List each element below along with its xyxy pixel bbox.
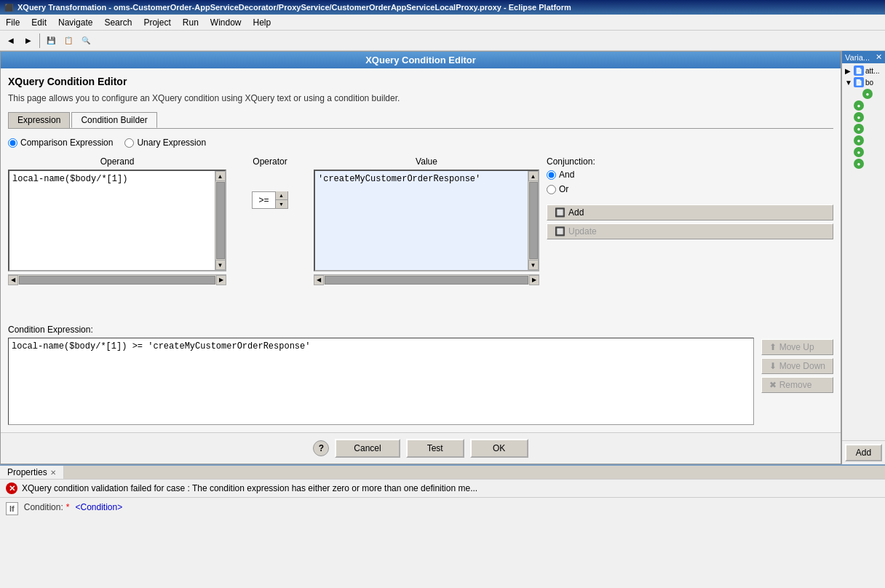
dialog-content: XQuery Condition Editor This page allows… — [1, 68, 841, 432]
radio-and[interactable]: And — [547, 170, 833, 180]
value-hscroll-right[interactable]: ▶ — [529, 275, 539, 285]
value-scroll-wrapper: 'createMyCustomerOrderResponse' ▲ ▼ — [314, 170, 539, 271]
tree-icon-child-4: ● — [854, 124, 864, 134]
radio-and-label: And — [559, 170, 574, 180]
test-button[interactable]: Test — [406, 439, 464, 458]
tab-expression[interactable]: Expression — [8, 112, 70, 128]
right-panel-footer: Add — [842, 440, 885, 464]
value-textarea[interactable]: 'createMyCustomerOrderResponse' — [315, 171, 528, 270]
value-vscrollbar: ▲ ▼ — [528, 171, 538, 270]
ok-button[interactable]: OK — [470, 439, 528, 458]
move-down-icon: ⬇ — [769, 361, 777, 371]
menu-edit[interactable]: Edit — [25, 15, 52, 30]
operator-down[interactable]: ▼ — [276, 200, 287, 209]
tab-condition-builder[interactable]: Condition Builder — [71, 112, 156, 128]
bottom-tabs: Properties ✕ — [0, 466, 885, 480]
operator-control: >= ▲ ▼ — [252, 191, 287, 209]
tree-icon-child-2: ● — [854, 100, 864, 111]
value-scroll-up[interactable]: ▲ — [528, 171, 539, 181]
tree-item-att: ▶ 📄 att... — [844, 65, 884, 76]
right-panel-header: Varia... ✕ — [842, 51, 885, 63]
menu-project[interactable]: Project — [138, 15, 176, 30]
menu-window[interactable]: Window — [205, 15, 247, 30]
move-up-button[interactable]: ⬆ Move Up — [761, 339, 833, 355]
update-button[interactable]: 🔲 Update — [547, 223, 833, 239]
dialog-description: This page allows you to configure an XQu… — [8, 93, 833, 103]
radio-or[interactable]: Or — [547, 184, 833, 194]
tree-label-att: att... — [865, 67, 879, 75]
toolbar-save[interactable]: 💾 — [43, 33, 59, 49]
condition-value-link[interactable]: <Condition> — [75, 502, 122, 512]
operand-scroll-down[interactable]: ▼ — [215, 260, 226, 270]
tree-icon-child-5: ● — [854, 135, 864, 146]
value-scroll-down[interactable]: ▼ — [528, 260, 539, 270]
main-wrapper: XQuery Condition Editor XQuery Condition… — [0, 51, 885, 588]
tree-label-bo: bo — [865, 79, 873, 87]
add-button[interactable]: 🔲 Add — [547, 204, 833, 220]
tree-item-child-4: ● — [844, 123, 884, 135]
tree-icon-child-6: ● — [854, 147, 864, 157]
radio-or-input[interactable] — [547, 185, 556, 194]
tree-arrow-att[interactable]: ▶ — [845, 67, 852, 75]
operand-hscroll-right[interactable]: ▶ — [216, 275, 226, 285]
toolbar-btn2[interactable]: 📋 — [60, 33, 76, 49]
condition-expr-section: Condition Expression: local-name($body/*… — [8, 325, 754, 425]
tree-item-child-6: ● — [844, 146, 884, 158]
update-icon: 🔲 — [555, 226, 565, 237]
add-update-row: 🔲 Add 🔲 Update — [547, 204, 833, 239]
right-panel-title: Varia... — [845, 53, 870, 62]
condition-label-row: Condition: * — [24, 502, 70, 512]
menu-file[interactable]: File — [0, 15, 25, 30]
col-operand: Operand local-name($body/*[1]) ▲ ▼ ◀ — [8, 156, 226, 285]
tree-item-child-3: ● — [844, 111, 884, 123]
error-bar: ✕ XQuery condition validation failed for… — [0, 480, 885, 498]
dialog-footer: ? Cancel Test OK — [1, 432, 841, 464]
conjunction-label: Conjunction: — [547, 156, 833, 167]
condition-expr-label: Condition Expression: — [8, 325, 754, 335]
move-up-icon: ⬆ — [769, 342, 777, 352]
tree-arrow-bo[interactable]: ▼ — [845, 79, 852, 87]
radio-comparison-input[interactable] — [8, 138, 17, 148]
bottom-section: Properties ✕ ✕ XQuery condition validati… — [0, 464, 885, 588]
operand-hscrollbar: ◀ ▶ — [8, 274, 226, 285]
bottom-tab-close[interactable]: ✕ — [50, 469, 56, 477]
value-hscroll-left[interactable]: ◀ — [314, 275, 324, 285]
menu-run[interactable]: Run — [177, 15, 205, 30]
menu-help[interactable]: Help — [247, 15, 277, 30]
condition-expr-textarea[interactable]: local-name($body/*[1]) >= 'createMyCusto… — [8, 338, 754, 425]
move-down-button[interactable]: ⬇ Move Down — [761, 358, 833, 374]
cancel-button[interactable]: Cancel — [335, 439, 400, 458]
tree-icon-child-1: ● — [862, 89, 873, 99]
toolbar-fwd[interactable]: ▶ — [20, 33, 36, 49]
operand-textarea[interactable]: local-name($body/*[1]) — [9, 171, 215, 270]
col-operator: Operator >= ▲ ▼ — [234, 156, 306, 209]
menu-navigate[interactable]: Navigate — [52, 15, 98, 30]
tree-icon-child-7: ● — [854, 159, 864, 169]
if-section: If — [6, 502, 18, 515]
remove-button[interactable]: ✖ Remove — [761, 377, 833, 393]
radio-comparison[interactable]: Comparison Expression — [8, 138, 113, 148]
bottom-tab-properties[interactable]: Properties ✕ — [0, 466, 64, 479]
bottom-tab-label: Properties — [7, 467, 47, 477]
operand-scroll-up[interactable]: ▲ — [215, 171, 226, 181]
tree-item-child-1: ● — [844, 88, 884, 100]
operator-up[interactable]: ▲ — [276, 191, 287, 200]
help-icon[interactable]: ? — [313, 440, 329, 456]
operand-hscroll-left[interactable]: ◀ — [8, 275, 18, 285]
tree-icon-bo: 📄 — [854, 77, 864, 87]
toolbar-back[interactable]: ◀ — [3, 33, 19, 49]
radio-unary[interactable]: Unary Expression — [124, 138, 206, 148]
if-badge: If — [6, 502, 18, 515]
radio-unary-input[interactable] — [124, 138, 134, 148]
radio-or-label: Or — [559, 184, 568, 194]
right-add-button[interactable]: Add — [845, 444, 882, 461]
menu-search[interactable]: Search — [98, 15, 138, 30]
radio-and-input[interactable] — [547, 170, 556, 180]
value-label: Value — [314, 156, 539, 167]
error-message: XQuery condition validation failed for c… — [22, 483, 477, 493]
right-panel-close[interactable]: ✕ — [876, 52, 882, 62]
condition-row: Operand local-name($body/*[1]) ▲ ▼ ◀ — [8, 156, 833, 319]
app-icon: ⬛ — [4, 4, 13, 12]
toolbar-btn3[interactable]: 🔍 — [78, 33, 94, 49]
operand-scroll-wrapper: local-name($body/*[1]) ▲ ▼ — [8, 170, 226, 271]
